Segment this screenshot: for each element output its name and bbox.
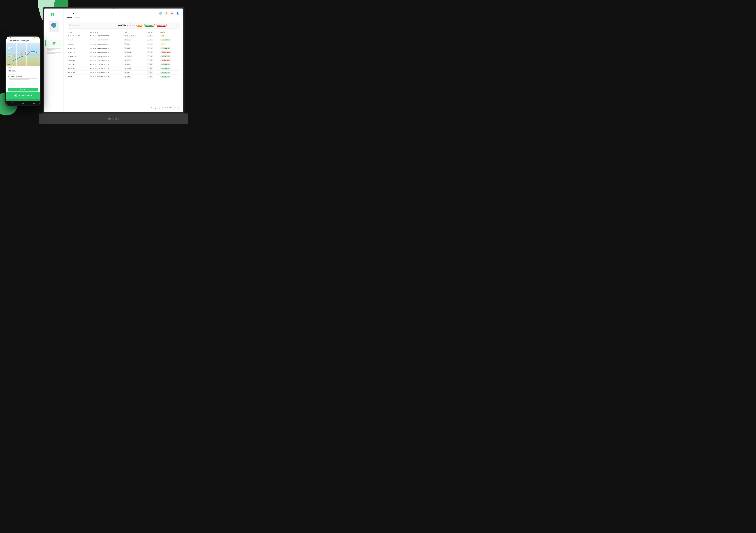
status-badge: COMPLETED: [160, 67, 171, 69]
table-header-row: Name Departure Route Journey Status: [67, 31, 179, 34]
rows-per-page-value[interactable]: 12: [162, 107, 164, 109]
table-row[interactable]: Teal AM Fri, 09 Jul 2021 11:00:00 GTM Pu…: [67, 75, 179, 79]
journey-value: AM: [150, 72, 152, 73]
route-dot: [125, 47, 126, 49]
table-row[interactable]: Crimson PM Fri, 09 Jul 2021 14:12:00 GTM…: [67, 54, 179, 58]
phone-map: Kinsealy Limekilns Google: [6, 43, 40, 66]
route-name: Cream: [127, 52, 130, 53]
table-row[interactable]: Marine PM Fri, 09 Jul 2021 12:00:00 GTM …: [67, 67, 179, 70]
route-name: Crimson: [127, 56, 131, 57]
map-route-svg: [6, 43, 40, 66]
user-avatar[interactable]: Nicola Atkins — —: [49, 21, 59, 32]
cell-name: Blue PM: [67, 42, 89, 46]
journey-value: PM: [150, 68, 152, 69]
cell-route: Purple: [123, 75, 146, 79]
table-row[interactable]: Blue PM Fri, 09 Jul 2021 18:00:00 GTM Bl…: [67, 42, 179, 46]
trips-icon: 🚌: [52, 41, 56, 44]
table-row[interactable]: Grey PM Fri, 09 Jul 2021 12:00:00 GTM Gr…: [67, 63, 179, 67]
route-dot: [125, 76, 126, 77]
wifi-icon: ⚡: [36, 37, 37, 39]
stop-dot: [8, 76, 9, 77]
bell-icon[interactable]: 🔔: [164, 11, 168, 15]
cell-journey: 🕐 PM: [146, 67, 159, 70]
route-dot: [125, 72, 126, 73]
route-dot: [125, 64, 126, 65]
user-icon[interactable]: 👤: [176, 11, 179, 15]
back-button[interactable]: ←: [8, 40, 10, 42]
table-row[interactable]: Station Shuttle PM Fri, 09 Jul 2021 18:0…: [67, 34, 179, 38]
prev-page-button[interactable]: ‹: [173, 106, 176, 109]
battery-icon: 🔋: [37, 37, 38, 39]
journey-icon: 🕐: [148, 47, 149, 49]
table-row[interactable]: Brown PM Fri, 09 Jul 2021 17:00:00 GTM B…: [67, 46, 179, 50]
table-row[interactable]: Green PM Fri, 09 Jul 2021 13:02:00 GTM G…: [67, 58, 179, 63]
journey-value: PM: [150, 60, 152, 61]
cell-name: Teal AM: [67, 75, 89, 79]
tab-active[interactable]: [67, 17, 72, 18]
trip-title: U999 12:35 to Castlemoyne: [10, 40, 29, 41]
svg-text:R: R: [51, 12, 54, 17]
status-label: Status: [132, 25, 135, 26]
nav-recent-button[interactable]: ▭: [33, 102, 35, 104]
vehicle-type: Vehicle: [13, 71, 16, 72]
route-dot: [125, 40, 126, 40]
table-row[interactable]: Mauve PM Fri, 09 Jul 2021 11:05:00 GTM P…: [67, 70, 179, 75]
tab-inactive[interactable]: [74, 17, 80, 18]
route-name: Black: [127, 40, 130, 40]
start-trip-bar[interactable]: ▶ START TRIP: [6, 92, 40, 99]
stop-lines: [8, 78, 38, 81]
cell-journey: 🕐 AM: [146, 70, 159, 75]
title-tabs: [67, 17, 179, 19]
cell-departure: Fri, 09 Jul 2021 12:00:00 GTM: [89, 63, 123, 67]
status-badge: COMPLETED: [160, 39, 171, 41]
cell-status: LIVE: [159, 42, 179, 46]
cell-journey: 🕐 AM: [146, 75, 159, 79]
google-maps-label: Google: [7, 64, 10, 65]
status-chip-incomplete[interactable]: Incomplete ✕: [156, 24, 167, 27]
filter-divider: [116, 23, 116, 27]
sidebar-item-label: Trips: [52, 44, 56, 45]
globe-icon[interactable]: 🌐: [159, 11, 162, 15]
route-dot: [125, 60, 126, 61]
cell-departure: Fri, 09 Jul 2021 12:00:00 GTM: [89, 67, 123, 70]
cell-name: Marine PM: [67, 67, 89, 70]
phone-status-bar: 12:38 📶 ⚡ 🔋: [6, 37, 40, 39]
cell-status: COMPLETED: [159, 54, 179, 58]
search-placeholder[interactable]: Search trips...: [72, 24, 81, 26]
filter-dropdown-icon[interactable]: ▾: [176, 24, 177, 26]
cell-journey: 🕐 PM: [146, 34, 159, 38]
laptop: R Nicola Atkins — — 🚌 T: [39, 7, 188, 124]
route-dot: [125, 43, 126, 44]
email-button[interactable]: Email Us: [8, 88, 38, 92]
date-label: Trip date: [121, 24, 125, 25]
sidebar-lines-top: [45, 35, 62, 40]
route-dot: [125, 56, 126, 57]
sidebar-line: [47, 36, 61, 36]
bus-stops-label: Bus Stops: [8, 73, 38, 75]
laptop-camera: [113, 8, 114, 9]
cell-journey: 🕐 PM: [146, 46, 159, 50]
completed-remove-icon[interactable]: ✕: [152, 24, 154, 26]
status-chip-live[interactable]: Live ✕: [136, 24, 143, 27]
table-row[interactable]: Cream PM Fri, 09 Jul 2021 15:05:00 GTM C…: [67, 50, 179, 54]
cell-route: Cream: [123, 50, 146, 54]
status-chip-completed[interactable]: Completed ✕: [144, 24, 155, 27]
cell-status: COMPLETED: [159, 75, 179, 79]
page-title: Trips: [67, 12, 74, 15]
date-value[interactable]: 01/09/2021 📅: [118, 25, 128, 27]
nav-back-button[interactable]: ◁: [11, 102, 13, 104]
next-page-button[interactable]: ›: [177, 106, 179, 109]
laptop-screen-border: R Nicola Atkins — — 🚌 T: [42, 7, 184, 114]
sidebar-item-trips[interactable]: 🚌 Trips: [45, 40, 62, 47]
sidebar-line: [47, 37, 55, 37]
search-icon: 🔍: [69, 24, 71, 26]
settings-icon[interactable]: ⚙: [170, 11, 174, 15]
cell-status: COMPLETED: [159, 38, 179, 42]
live-remove-icon[interactable]: ✕: [141, 24, 142, 26]
table-row[interactable]: Black PM Fri, 09 Jul 2021 18:00:00 GMT B…: [67, 38, 179, 42]
app-logo[interactable]: R: [51, 11, 57, 18]
play-icon: ▶: [14, 94, 17, 97]
nav-home-button[interactable]: △: [22, 102, 24, 104]
incomplete-remove-icon[interactable]: ✕: [164, 24, 166, 26]
depart-text: Depart at 12:35: [6, 99, 40, 101]
